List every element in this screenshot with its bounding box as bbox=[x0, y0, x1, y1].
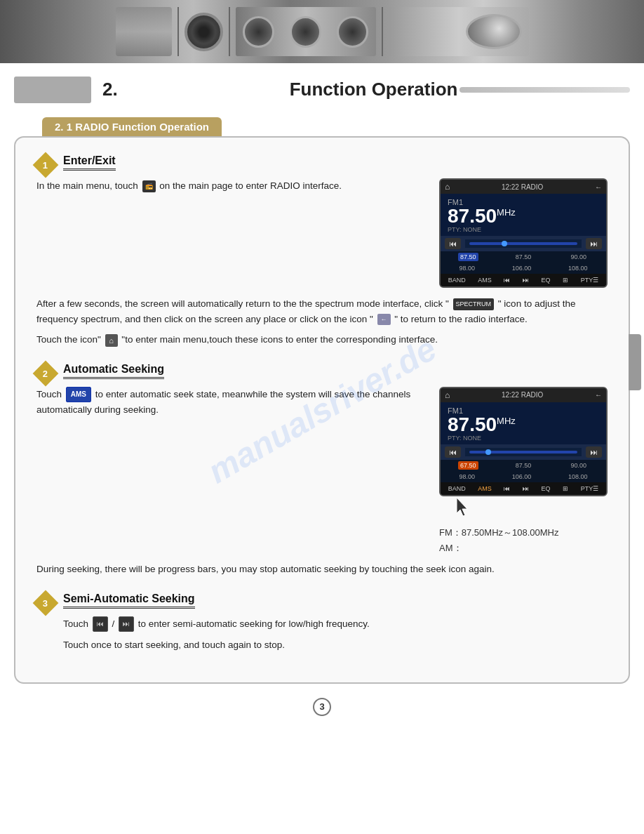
section-2-para-2: During seeking, there will be progress b… bbox=[36, 562, 608, 577]
radio-grid-btn-1[interactable]: ⊞ bbox=[561, 276, 570, 284]
section-item-3-header: 3 Semi-Automatic Seeking bbox=[36, 593, 608, 612]
radio-preset-1-2[interactable]: 87.50 bbox=[514, 253, 534, 261]
radio-slider-1 bbox=[465, 239, 582, 248]
header-image bbox=[0, 0, 644, 63]
radio-preset-row-1: 87.50 87.50 90.00 bbox=[441, 251, 606, 263]
radio-back-2: ← bbox=[595, 391, 602, 399]
radio-ams-btn-2[interactable]: AMS bbox=[476, 484, 494, 493]
radio-prev2-btn-2[interactable]: ⏮ bbox=[502, 484, 512, 493]
home-icon-1: ⌂ bbox=[445, 182, 450, 192]
section-number-1: 1 bbox=[43, 159, 48, 170]
section-number-3-diamond: 3 bbox=[33, 590, 59, 616]
radio-slider-inner-2 bbox=[469, 451, 577, 454]
section-title: Function Operation bbox=[284, 76, 460, 103]
section-3-para-1: Touch ⏮ / ⏭ to enter semi-automatic seek… bbox=[63, 616, 608, 632]
section-2-text: Touch AMS to enter automatic seek state,… bbox=[36, 387, 425, 423]
radio-slider-thumb-1 bbox=[502, 241, 507, 246]
section-heading-gray-box bbox=[14, 77, 91, 103]
radio-screen-1: ⌂ 12:22 RADIO ← FM1 87.50MHz PTY: NONE ⏮ bbox=[439, 178, 608, 288]
section-title-2: Automatic Seeking bbox=[63, 363, 164, 379]
radio-freq-display-1: FM1 87.50MHz PTY: NONE bbox=[441, 194, 606, 236]
radio-preset-2-4[interactable]: 98.00 bbox=[457, 472, 477, 481]
radio-pty-1: PTY: NONE bbox=[448, 226, 599, 233]
radio-next-btn-2[interactable]: ⏭ bbox=[586, 446, 602, 458]
section-item-auto-seek: 2 Automatic Seeking Touch AMS to enter a… bbox=[36, 363, 608, 577]
radio-top-bar-2: ⌂ 12:22 RADIO ← bbox=[441, 388, 606, 402]
section-number-2-diamond: 2 bbox=[33, 360, 59, 386]
page-number: 3 bbox=[313, 698, 331, 716]
radio-big-freq-2: 87.50MHz bbox=[448, 415, 599, 435]
cursor-svg bbox=[453, 498, 474, 519]
radio-preset-2-1[interactable]: 67.50 bbox=[458, 461, 478, 470]
radio-unit-2: MHz bbox=[497, 415, 516, 425]
fm-range-fm: FM：87.50MHz～108.00MHz bbox=[439, 527, 559, 538]
section-number-1-diamond: 1 bbox=[33, 152, 59, 178]
section-2-image: ⌂ 12:22 RADIO ← FM1 87.50MHz PTY: NONE ⏮ bbox=[439, 387, 608, 556]
radio-preset-2-6[interactable]: 108.00 bbox=[566, 472, 590, 481]
radio-preset-1-3[interactable]: 90.00 bbox=[568, 253, 589, 261]
section-1-para-block: After a few seconds, the screen will aut… bbox=[36, 296, 608, 348]
section-item-enter-exit: 1 Enter/Exit In the main menu, touch 📻 o… bbox=[36, 154, 608, 348]
radio-band-btn-2[interactable]: BAND bbox=[446, 484, 468, 493]
section-item-2-header: 2 Automatic Seeking bbox=[36, 363, 608, 383]
main-content-box: manualsriver.de 1 Enter/Exit In the main… bbox=[14, 136, 630, 684]
radio-controls-row-2: ⏮ ⏭ bbox=[441, 444, 606, 460]
radio-prev2-btn-1[interactable]: ⏮ bbox=[502, 276, 512, 284]
back-icon: ← bbox=[377, 314, 391, 325]
radio-preset-1-6[interactable]: 108.00 bbox=[566, 264, 590, 272]
section-heading-text: 2. bbox=[91, 76, 284, 103]
radio-next2-btn-1[interactable]: ⏭ bbox=[521, 276, 531, 284]
fm-range-am: AM： bbox=[439, 543, 462, 553]
radio-next2-btn-2[interactable]: ⏭ bbox=[521, 484, 531, 493]
section-heading-right-bar bbox=[459, 87, 630, 93]
radio-prev-btn-1[interactable]: ⏮ bbox=[445, 238, 461, 249]
radio-icon: 📻 bbox=[142, 180, 156, 192]
radio-pty-btn-2[interactable]: PTY☰ bbox=[579, 484, 601, 493]
radio-pty-btn-1[interactable]: PTY☰ bbox=[579, 276, 601, 284]
skip-forward-icon: ⏭ bbox=[119, 616, 134, 632]
radio-bottom-bar-2: BAND AMS ⏮ ⏭ EQ ⊞ PTY☰ bbox=[441, 482, 606, 495]
radio-prev-btn-2[interactable]: ⏮ bbox=[445, 446, 461, 458]
section-title-1: Enter/Exit bbox=[63, 154, 116, 171]
radio-freq-display-2: FM1 87.50MHz PTY: NONE bbox=[441, 402, 606, 444]
ams-icon: AMS bbox=[66, 387, 91, 402]
spectrum-icon: SPECTRUM bbox=[453, 298, 495, 310]
radio-slider-2 bbox=[465, 448, 582, 456]
section-1-text: In the main menu, touch 📻 on the main pa… bbox=[36, 178, 425, 199]
section-2-content: Touch AMS to enter automatic seek state,… bbox=[36, 387, 608, 556]
radio-band-btn-1[interactable]: BAND bbox=[446, 276, 468, 284]
radio-back-1: ← bbox=[595, 183, 602, 191]
section-1-image: ⌂ 12:22 RADIO ← FM1 87.50MHz PTY: NONE ⏮ bbox=[439, 178, 608, 288]
radio-eq-btn-2[interactable]: EQ bbox=[539, 484, 553, 493]
header-banner bbox=[0, 0, 644, 63]
subsection-tab: 2. 1 RADIO Function Operation bbox=[42, 117, 222, 136]
section-1-content: In the main menu, touch 📻 on the main pa… bbox=[36, 178, 608, 288]
radio-slider-thumb-2 bbox=[485, 449, 491, 455]
radio-preset-1-5[interactable]: 106.00 bbox=[510, 264, 534, 272]
subsection-tab-container: 2. 1 RADIO Function Operation bbox=[21, 110, 644, 136]
radio-preset-2-5[interactable]: 106.00 bbox=[510, 472, 534, 481]
radio-ams-btn-1[interactable]: AMS bbox=[476, 276, 494, 284]
radio-eq-btn-1[interactable]: EQ bbox=[539, 276, 553, 284]
radio-grid-btn-2[interactable]: ⊞ bbox=[561, 484, 570, 493]
section-number-3: 3 bbox=[43, 597, 48, 608]
section-item-1-header: 1 Enter/Exit bbox=[36, 154, 608, 174]
radio-pty-2: PTY: NONE bbox=[448, 435, 599, 442]
section-1-para-3: Touch the icon" ⌂ "to enter main menu,to… bbox=[36, 332, 608, 348]
radio-preset-2-2[interactable]: 87.50 bbox=[514, 461, 534, 470]
radio-next-btn-1[interactable]: ⏭ bbox=[586, 238, 602, 249]
radio-preset-1-4[interactable]: 98.00 bbox=[457, 264, 477, 272]
radio-time-1: 12:22 RADIO bbox=[502, 183, 543, 191]
radio-preset-row-2b: 98.00 106.00 108.00 bbox=[441, 471, 606, 482]
section-heading-bar: 2. Function Operation bbox=[14, 76, 630, 103]
radio-preset-1-1[interactable]: 87.50 bbox=[458, 253, 478, 261]
radio-bottom-bar-1: BAND AMS ⏮ ⏭ EQ ⊞ PTY☰ bbox=[441, 274, 606, 286]
radio-controls-row-1: ⏮ ⏭ bbox=[441, 236, 606, 251]
radio-preset-2-3[interactable]: 90.00 bbox=[568, 461, 589, 470]
radio-top-bar-1: ⌂ 12:22 RADIO ← bbox=[441, 180, 606, 194]
home-icon-2: ⌂ bbox=[445, 390, 450, 400]
radio-slider-inner-1 bbox=[469, 242, 577, 245]
section-1-para-2: After a few seconds, the screen will aut… bbox=[36, 296, 608, 326]
home-icon-inline: ⌂ bbox=[105, 334, 118, 347]
radio-big-freq-1: 87.50MHz bbox=[448, 206, 599, 226]
